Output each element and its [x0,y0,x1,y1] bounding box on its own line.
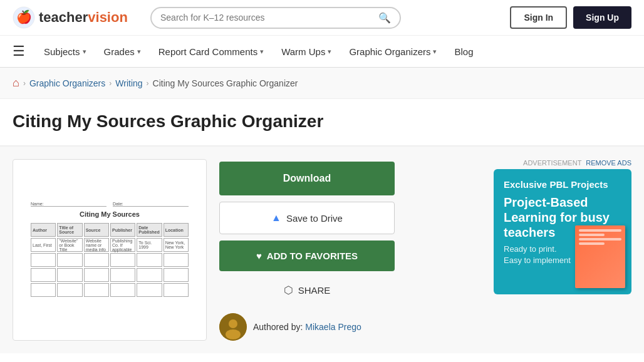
ws-col-publisher: Publisher [110,223,135,237]
ws-col-author: Author [31,223,56,237]
nav-item-blog[interactable]: Blog [445,38,482,66]
save-to-drive-button[interactable]: ▲ Save to Drive [219,202,395,234]
nav-item-subjects[interactable]: Subjects ▾ [35,38,95,66]
author-link[interactable]: Mikaela Prego [305,322,361,332]
ws-cell-empty [110,253,135,267]
ws-cell-source: Website name or media info [84,238,109,252]
breadcrumb-separator: › [23,79,26,88]
ws-cell-title: "Website" or Book Title [57,238,82,252]
book-line [579,242,605,245]
ws-cell-empty [137,253,162,267]
ws-cell-empty [110,283,135,297]
ws-cell-empty [84,268,109,282]
actions-panel: Download ▲ Save to Drive ♥ ADD TO FAVORI… [219,159,395,341]
main-content: Name: Date: Citing My Sources Author Tit… [0,147,644,353]
site-header: 🍎 teachervision 🔍 Sign In Sign Up [0,0,644,36]
ws-empty-row-3 [31,283,189,297]
header-actions: Sign In Sign Up [510,6,631,29]
ws-empty-row [31,253,189,267]
page-title: Citing My Sources Graphic Organizer [13,111,631,132]
ws-cell-empty [84,253,109,267]
signin-button[interactable]: Sign In [510,6,567,29]
ws-cell-empty [57,253,82,267]
ws-cell-empty [164,253,189,267]
heart-icon: ♥ [256,251,262,261]
ws-cell-empty [164,283,189,297]
ws-cell-empty [31,253,56,267]
avatar-image [219,313,247,341]
ad-card[interactable]: Exclusive PBL Projects Project-Based Lea… [494,169,631,294]
avatar [219,313,247,341]
logo-text: teachervision [39,9,128,26]
ws-header-row: Author Title of Source Source Publisher … [31,223,189,237]
download-button[interactable]: Download [219,162,395,195]
logo-icon: 🍎 [13,6,35,29]
signup-button[interactable]: Sign Up [573,6,631,29]
breadcrumb-separator: › [147,79,149,88]
search-input[interactable] [160,13,378,23]
ws-cell-author: Last, First [31,238,56,252]
resource-panel: Name: Date: Citing My Sources Author Tit… [13,159,481,341]
remove-ads-link[interactable]: REMOVE ADS [586,159,631,167]
ws-name-label: Name: [31,202,106,207]
ws-date-label: Date: [113,202,189,207]
ws-empty-row-2 [31,268,189,282]
search-bar[interactable]: 🔍 [150,7,401,29]
ws-cell-empty [84,283,109,297]
author-info: Authored by: Mikaela Prego [253,322,361,332]
breadcrumb-home[interactable]: ⌂ [13,76,19,90]
ws-cell-empty [137,283,162,297]
chevron-down-icon: ▾ [137,48,141,56]
svg-text:🍎: 🍎 [16,9,32,24]
page-title-area: Citing My Sources Graphic Organizer [0,99,644,147]
ad-title: Exclusive PBL Projects [504,179,621,190]
nav-item-grades[interactable]: Grades ▾ [95,38,150,66]
ws-col-source: Source [84,223,109,237]
drive-icon: ▲ [271,212,281,224]
share-button[interactable]: ⬡ SHARE [219,277,395,303]
ad-panel: ADVERTISEMENT REMOVE ADS Exclusive PBL P… [494,159,631,341]
svg-point-4 [226,329,241,339]
ws-cell-empty [57,283,82,297]
ws-col-date: Date Published [137,223,162,237]
share-icon: ⬡ [284,284,293,297]
ad-label: ADVERTISEMENT REMOVE ADS [494,159,631,167]
add-to-favorites-button[interactable]: ♥ ADD TO FAVORITES [219,240,395,271]
ad-book-cover [575,225,625,288]
ws-cell-empty [57,268,82,282]
worksheet-inner: Name: Date: Citing My Sources Author Tit… [22,193,197,307]
ws-top-row: Name: Date: [31,202,189,207]
book-line [579,234,605,236]
breadcrumb-link-writing[interactable]: Writing [115,78,142,88]
chevron-down-icon: ▾ [433,48,437,56]
breadcrumb-current: Citing My Sources Graphic Organizer [153,78,298,88]
search-button[interactable]: 🔍 [378,12,391,24]
chevron-down-icon: ▾ [260,48,264,56]
book-line [579,238,621,240]
hamburger-menu[interactable]: ☰ [13,36,25,67]
breadcrumb-link-graphic-organizers[interactable]: Graphic Organizers [29,78,105,88]
ws-cell-location: New York, New York [164,238,189,252]
chevron-down-icon: ▾ [328,48,331,56]
author-row: Authored by: Mikaela Prego [219,313,395,341]
ws-data-row: Last, First "Website" or Book Title Webs… [31,238,189,252]
nav-item-graphic-organizers[interactable]: Graphic Organizers ▾ [340,38,445,66]
ws-cell-empty [31,268,56,282]
svg-point-3 [229,319,237,328]
main-nav: ☰ Subjects ▾ Grades ▾ Report Card Commen… [0,36,644,68]
ws-title: Citing My Sources [31,210,189,218]
worksheet-preview[interactable]: Name: Date: Citing My Sources Author Tit… [13,159,207,341]
book-line [579,229,621,232]
ws-cell-publisher: Publishing Co. If applicable [110,238,135,252]
nav-item-report-card[interactable]: Report Card Comments ▾ [150,38,273,66]
ws-cell-empty [110,268,135,282]
nav-item-warm-ups[interactable]: Warm Ups ▾ [273,38,340,66]
breadcrumb-separator: › [109,79,112,88]
ws-col-title: Title of Source [57,223,82,237]
ws-col-location: Location [164,223,189,237]
logo[interactable]: 🍎 teachervision [13,6,138,29]
ws-cell-empty [164,268,189,282]
chevron-down-icon: ▾ [83,48,86,56]
ws-cell-empty [137,268,162,282]
ws-cell-date: To Sci. 1999 [137,238,162,252]
